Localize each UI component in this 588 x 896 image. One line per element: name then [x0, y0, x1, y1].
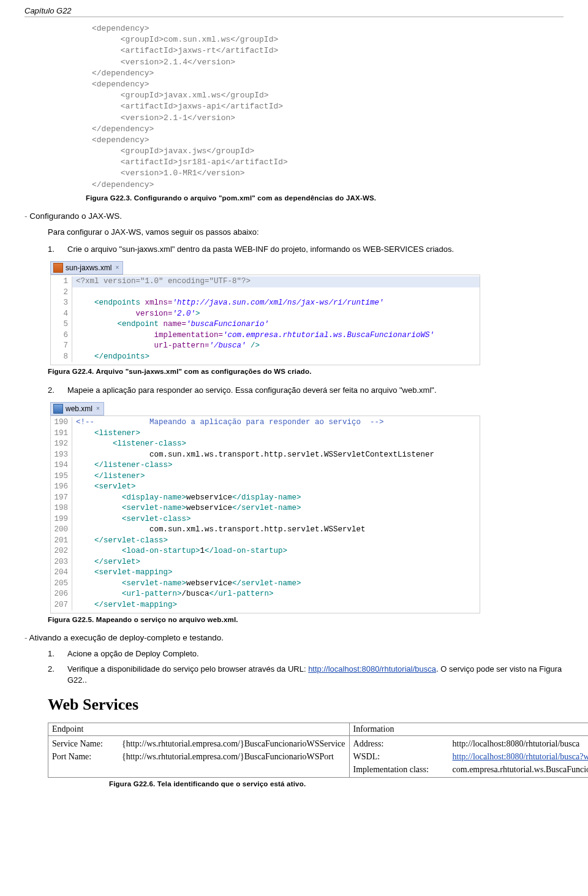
line-number: 205 — [51, 579, 72, 590]
line-code: implementation='com.empresa.rhtutorial.w… — [72, 330, 434, 341]
editor-sun-jaxws: sun-jaxws.xml × 1<?xml version="1.0" enc… — [48, 261, 564, 365]
service-name-label: Service Name: — [52, 737, 107, 750]
editor-line: 6 implementation='com.empresa.rhtutorial… — [51, 330, 480, 341]
editor-tab[interactable]: web.xml × — [50, 402, 104, 416]
line-code: <endpoint name='buscaFuncionario' — [72, 319, 269, 330]
address-value: http://localhost:8080/rhtutorial/busca — [453, 737, 580, 750]
editor-line: 191 <listener> — [51, 428, 480, 439]
editor-line: 200 com.sun.xml.ws.transport.http.servle… — [51, 525, 480, 536]
line-code: <!-- Mapeando a aplicação para responder… — [72, 417, 384, 428]
editor-line: 196 <servlet> — [51, 482, 480, 493]
line-number: 201 — [51, 536, 72, 547]
editor-tab-label: sun-jaxws.xml — [66, 264, 111, 272]
line-code: <servlet-name>webservice</servlet-name> — [72, 503, 301, 514]
editor-body: 1<?xml version="1.0" encoding="UTF-8"?>2… — [50, 275, 480, 365]
editor-line: 1<?xml version="1.0" encoding="UTF-8"?> — [51, 276, 480, 287]
line-code: version='2.0'> — [72, 309, 200, 320]
list-number: 1. — [48, 648, 61, 659]
editor-tab[interactable]: sun-jaxws.xml × — [50, 261, 123, 275]
list-text: Crie o arquivo "sun-jaxws.xml" dentro da… — [67, 244, 454, 255]
editor-line: 197 <display-name>webservice</display-na… — [51, 493, 480, 504]
line-code: </listener> — [72, 471, 145, 482]
editor-web-xml: web.xml × 190<!-- Mapeando a aplicação p… — [48, 402, 564, 613]
line-code: </endpoints> — [72, 352, 149, 363]
figure-caption-g22-3: Figura G22.3. Configurando o arquivo "po… — [24, 194, 564, 202]
line-code: com.sun.xml.ws.transport.http.servlet.WS… — [72, 450, 434, 461]
line-number: 204 — [51, 568, 72, 579]
table-header-information: Information — [349, 723, 588, 735]
editor-line: 207 </servlet-mapping> — [51, 600, 480, 611]
endpoint-cell: Service Name:{http://ws.rhtutorial.empre… — [48, 735, 350, 777]
item4-before: Verifique a disponibilidade do serviço p… — [67, 664, 308, 674]
line-number: 191 — [51, 428, 72, 439]
line-code: <listener> — [72, 428, 140, 439]
section-ativando-deploy: - Ativando a execução de deploy-completo… — [24, 633, 564, 642]
line-number: 198 — [51, 503, 72, 514]
figure-caption-g22-4: Figura G22.4. Arquivo "sun-jaxws.xml" co… — [24, 368, 564, 375]
line-code: <servlet> — [72, 482, 136, 493]
service-url-link[interactable]: http://localhost:8080/rhtutorial/busca — [308, 664, 436, 674]
impl-class-value: com.empresa.rhtutorial.ws.BuscaFuncionar… — [453, 763, 588, 776]
line-code: <servlet-mapping> — [72, 568, 173, 579]
address-label: Address: — [353, 737, 438, 750]
line-number: 193 — [51, 450, 72, 461]
editor-line: 202 <load-on-startup>1</load-on-startup> — [51, 546, 480, 557]
list-item-4: 2. Verifique a disponibilidade do serviç… — [24, 664, 564, 686]
line-code: </servlet-mapping> — [72, 600, 177, 611]
line-number: 203 — [51, 557, 72, 568]
close-icon[interactable]: × — [114, 265, 120, 271]
line-number: 4 — [51, 309, 72, 320]
xml-file-icon — [53, 404, 63, 414]
editor-line: 192 <listener-class> — [51, 439, 480, 450]
line-code — [72, 287, 76, 298]
web-services-heading: Web Services — [24, 696, 564, 714]
list-text: Verifique a disponibilidade do serviço p… — [67, 664, 564, 686]
list-number: 2. — [48, 385, 61, 396]
section-title-text: Configurando o JAX-WS. — [29, 211, 122, 221]
editor-line: 194 </listener-class> — [51, 460, 480, 471]
section-configurando-jaxws: - Configurando o JAX-WS. — [24, 211, 564, 221]
line-code: </listener-class> — [72, 460, 173, 471]
line-number: 196 — [51, 482, 72, 493]
editor-line: 193 com.sun.xml.ws.transport.http.servle… — [51, 450, 480, 461]
line-number: 6 — [51, 330, 72, 341]
editor-line: 201 </servlet-class> — [51, 536, 480, 547]
editor-body: 190<!-- Mapeando a aplicação para respon… — [50, 416, 480, 613]
list-number: 1. — [48, 244, 61, 255]
figure-caption-g22-5: Figura G22.5. Mapeando o serviço no arqu… — [24, 616, 564, 623]
close-icon[interactable]: × — [95, 406, 101, 412]
editor-line: 4 version='2.0'> — [51, 309, 480, 320]
xml-file-icon — [53, 263, 63, 273]
line-number: 195 — [51, 471, 72, 482]
dash-lead: - — [24, 211, 29, 221]
editor-line: 199 <servlet-class> — [51, 514, 480, 525]
editor-line: 190<!-- Mapeando a aplicação para respon… — [51, 417, 480, 428]
editor-line: 7 url-pattern='/busca' /> — [51, 341, 480, 352]
line-number: 3 — [51, 298, 72, 309]
port-name-value: {http://ws.rhtutorial.empresa.com/}Busca… — [122, 750, 334, 763]
editor-tab-label: web.xml — [66, 404, 92, 413]
editor-line: 5 <endpoint name='buscaFuncionario' — [51, 319, 480, 330]
line-number: 2 — [51, 287, 72, 298]
line-code: <endpoints xmlns='http://java.sun.com/xm… — [72, 298, 384, 309]
wsdl-link[interactable]: http://localhost:8080/rhtutorial/busca?w… — [453, 750, 588, 763]
line-code: </servlet-class> — [72, 536, 168, 547]
line-number: 199 — [51, 514, 72, 525]
paragraph: Para configurar o JAX-WS, vamos seguir o… — [24, 227, 564, 238]
editor-line: 205 <servlet-name>webservice</servlet-na… — [51, 579, 480, 590]
list-item-1: 1. Crie o arquivo "sun-jaxws.xml" dentro… — [24, 244, 564, 255]
editor-line: 198 <servlet-name>webservice</servlet-na… — [51, 503, 480, 514]
list-text: Acione a opção de Deploy Completo. — [67, 648, 199, 659]
line-number: 206 — [51, 589, 72, 600]
line-code: url-pattern='/busca' /> — [72, 341, 260, 352]
line-number: 194 — [51, 460, 72, 471]
line-code: <servlet-name>webservice</servlet-name> — [72, 579, 301, 590]
list-text: Mapeie a aplicação para responder ao ser… — [67, 385, 437, 396]
table-header-endpoint: Endpoint — [48, 723, 350, 735]
chapter-header: Capítulo G22 — [24, 0, 564, 17]
line-code: <display-name>webservice</display-name> — [72, 493, 301, 504]
line-number: 202 — [51, 546, 72, 557]
editor-line: 8 </endpoints> — [51, 352, 480, 363]
line-code: <listener-class> — [72, 439, 186, 450]
section-title-text: Ativando a execução de deploy-completo e… — [29, 633, 224, 642]
